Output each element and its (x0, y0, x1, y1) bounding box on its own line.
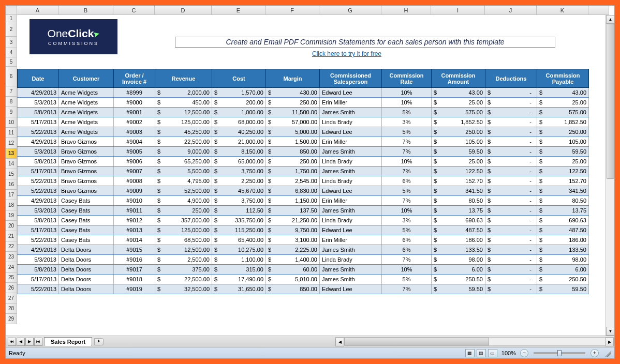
cell-cost[interactable]: $1,000.00 (212, 108, 266, 117)
cell-deductions[interactable]: $- (485, 206, 537, 216)
cell-salesperson[interactable]: James Smith (320, 275, 382, 284)
cell-payable[interactable]: $1,852.50 (537, 117, 589, 127)
row-header-10[interactable]: 10 (6, 117, 17, 128)
cell-cost[interactable]: $335,750.00 (212, 216, 266, 225)
cell-rate[interactable]: 7% (382, 166, 432, 176)
cell-salesperson[interactable]: Edward Lee (320, 127, 382, 137)
cell-margin[interactable]: $850.00 (266, 147, 320, 157)
cell-date[interactable]: 5/3/2013 (18, 147, 59, 157)
cell-margin[interactable]: $9,750.00 (266, 225, 320, 235)
row-header-16[interactable]: 16 (6, 179, 17, 190)
row-header-13[interactable]: 13 (6, 148, 17, 159)
row-header-24[interactable]: 24 (6, 262, 17, 272)
cell-amount[interactable]: $250.50 (432, 275, 485, 284)
cell-payable[interactable]: $487.50 (537, 225, 589, 235)
cell-order[interactable]: #9004 (114, 137, 155, 147)
col-header-K[interactable]: K (537, 6, 588, 15)
tab-last-icon[interactable]: ⏭ (34, 338, 42, 346)
cell-revenue[interactable]: $9,000.00 (155, 147, 212, 157)
cell-amount[interactable]: $105.00 (432, 137, 485, 147)
cell-date[interactable]: 5/8/2013 (18, 216, 59, 225)
col-header-C[interactable]: C (113, 6, 155, 15)
cell-revenue[interactable]: $22,500.00 (155, 137, 212, 147)
cell-rate[interactable]: 6% (382, 235, 432, 245)
col-header-F[interactable]: F (265, 6, 319, 15)
cell-cost[interactable]: $115,250.00 (212, 225, 266, 235)
cell-payable[interactable]: $43.00 (537, 88, 589, 98)
cell-payable[interactable]: $25.00 (537, 98, 589, 108)
cell-margin[interactable]: $430.00 (266, 88, 320, 98)
cell-order[interactable]: #9016 (114, 255, 155, 265)
cell-deductions[interactable]: $- (485, 166, 537, 176)
cell-customer[interactable]: Bravo Gizmos (59, 166, 114, 176)
cell-order[interactable]: #9009 (114, 186, 155, 196)
cell-payable[interactable]: $122.50 (537, 166, 589, 176)
cell-order[interactable]: #9000 (114, 98, 155, 108)
cell-margin[interactable]: $137.50 (266, 206, 320, 216)
cell-cost[interactable]: $2,250.00 (212, 176, 266, 186)
cell-rate[interactable]: 7% (382, 284, 432, 294)
cell-order[interactable]: #9011 (114, 206, 155, 216)
cell-order[interactable]: #9007 (114, 166, 155, 176)
cell-cost[interactable]: $1,570.00 (212, 88, 266, 98)
cell-deductions[interactable]: $- (485, 176, 537, 186)
cell-margin[interactable]: $1,750.00 (266, 166, 320, 176)
row-header-17[interactable]: 17 (6, 190, 17, 200)
cell-amount[interactable]: $80.50 (432, 196, 485, 206)
cell-margin[interactable]: $1,400.00 (266, 255, 320, 265)
cell-deductions[interactable]: $- (485, 196, 537, 206)
cell-order[interactable]: #9008 (114, 176, 155, 186)
cell-date[interactable]: 5/17/2013 (18, 117, 59, 127)
cell-revenue[interactable]: $125,000.00 (155, 225, 212, 235)
cell-amount[interactable]: $122.50 (432, 166, 485, 176)
cell-customer[interactable]: Acme Widgets (59, 88, 114, 98)
cell-revenue[interactable]: $5,500.00 (155, 166, 212, 176)
cell-deductions[interactable]: $- (485, 157, 537, 166)
cell-revenue[interactable]: $32,500.00 (155, 284, 212, 294)
cell-order[interactable]: #9015 (114, 245, 155, 255)
cell-salesperson[interactable]: James Smith (320, 147, 382, 157)
col-header-cell[interactable]: Commission Amount (432, 69, 485, 88)
table-row[interactable]: 5/8/2013Casey Bats#9012$357,000.00$335,7… (18, 216, 589, 225)
cell-payable[interactable]: $98.00 (537, 255, 589, 265)
cell-customer[interactable]: Casey Bats (59, 206, 114, 216)
cell-revenue[interactable]: $450.00 (155, 98, 212, 108)
cell-customer[interactable]: Casey Bats (59, 225, 114, 235)
cell-order[interactable]: #9006 (114, 157, 155, 166)
cell-margin[interactable]: $2,225.00 (266, 245, 320, 255)
table-row[interactable]: 5/22/2013Acme Widgets#9003$45,250.00$40,… (18, 127, 589, 137)
cell-date[interactable]: 5/3/2013 (18, 206, 59, 216)
cell-order[interactable]: #9001 (114, 108, 155, 117)
cell-salesperson[interactable]: Linda Brady (320, 255, 382, 265)
cell-cost[interactable]: $8,150.00 (212, 147, 266, 157)
cell-date[interactable]: 4/29/2013 (18, 137, 59, 147)
cell-salesperson[interactable]: Edward Lee (320, 88, 382, 98)
table-row[interactable]: 4/29/2013Casey Bats#9010$4,900.00$3,750.… (18, 196, 589, 206)
cell-rate[interactable]: 7% (382, 137, 432, 147)
row-header-26[interactable]: 26 (6, 283, 17, 293)
cell-rate[interactable]: 10% (382, 98, 432, 108)
col-header-cell[interactable]: Date (18, 69, 59, 88)
cell-margin[interactable]: $1,500.00 (266, 137, 320, 147)
cell-amount[interactable]: $98.00 (432, 255, 485, 265)
table-row[interactable]: 5/17/2013Acme Widgets#9002$125,000.00$68… (18, 117, 589, 127)
cell-rate[interactable]: 3% (382, 117, 432, 127)
col-header-cell[interactable]: Margin (266, 69, 320, 88)
cell-salesperson[interactable]: Edward Lee (320, 284, 382, 294)
cell-order[interactable]: #8999 (114, 88, 155, 98)
cell-date[interactable]: 5/8/2013 (18, 108, 59, 117)
sheet-tab-sales-report[interactable]: Sales Report (44, 337, 92, 346)
hscroll-thumb[interactable] (344, 338, 489, 345)
cell-rate[interactable]: 10% (382, 265, 432, 275)
cell-customer[interactable]: Delta Doors (59, 284, 114, 294)
table-row[interactable]: 5/17/2013Delta Doors#9018$22,500.00$17,4… (18, 275, 589, 284)
cell-payable[interactable]: $105.00 (537, 137, 589, 147)
cell-salesperson[interactable]: Edward Lee (320, 225, 382, 235)
cell-customer[interactable]: Bravo Gizmos (59, 147, 114, 157)
cell-customer[interactable]: Casey Bats (59, 196, 114, 206)
cell-customer[interactable]: Casey Bats (59, 235, 114, 245)
cell-deductions[interactable]: $- (485, 265, 537, 275)
cell-deductions[interactable]: $- (485, 147, 537, 157)
cell-revenue[interactable]: $22,500.00 (155, 275, 212, 284)
cell-amount[interactable]: $575.00 (432, 108, 485, 117)
